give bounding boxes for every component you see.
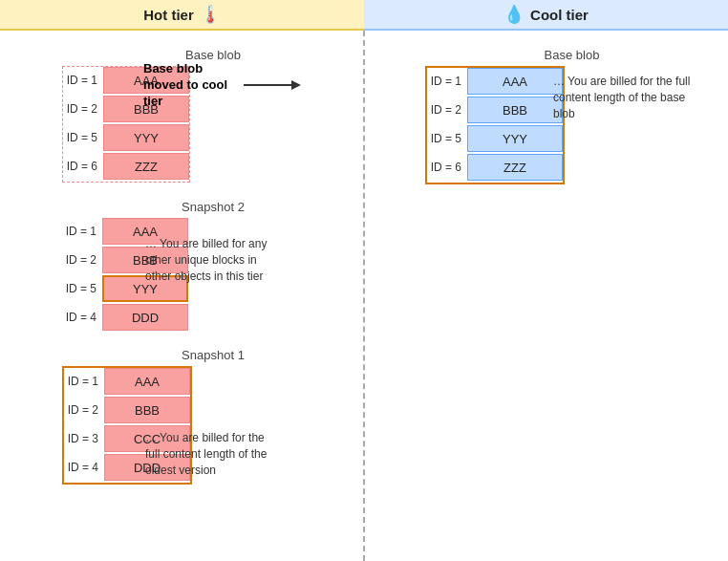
table-row: ID = 6 ZZZ	[63, 153, 189, 180]
snapshot2-note: … You are billed for any other unique bl…	[145, 236, 274, 284]
hot-snapshot2-title: Snapshot 2	[72, 200, 354, 214]
table-row: ID = 6 ZZZ	[427, 154, 563, 181]
divider	[363, 31, 365, 561]
cool-tier-header: 💧 Cool tier	[364, 0, 728, 31]
table-row: ID = 1 AAA	[427, 68, 563, 95]
arrow-area: Base blob moved to cool tier	[143, 61, 301, 110]
hot-base-blob-title: Base blob	[72, 48, 354, 62]
cool-side: Base blob ID = 1 AAA ID = 2 BBB ID = 5 Y…	[364, 31, 728, 561]
table-row: ID = 1 AAA	[64, 368, 190, 395]
hot-tier-label: Hot tier	[143, 7, 194, 23]
table-row: ID = 2 BBB	[427, 97, 563, 123]
table-row: ID = 2 BBB	[64, 397, 190, 423]
cool-note: … You are billed for the full content le…	[553, 74, 692, 121]
snapshot1-note: … You are billed for the full content le…	[145, 430, 279, 478]
table-row: ID = 4 DDD	[62, 304, 354, 331]
arrow-label: Base blob moved to cool tier	[143, 61, 244, 110]
hot-tier-header: Hot tier 🌡️	[0, 0, 364, 31]
cool-base-blob-title: Base blob	[425, 48, 718, 62]
hot-snapshot1-title: Snapshot 1	[72, 348, 354, 362]
cool-base-blob-group: Base blob ID = 1 AAA ID = 2 BBB ID = 5 Y…	[383, 48, 718, 184]
cool-tier-label: Cool tier	[530, 7, 589, 23]
table-row: ID = 5 YYY	[427, 125, 563, 152]
hot-side: Base blob ID = 1 AAA ID = 2 BBB ID = 5 Y…	[0, 31, 364, 561]
cool-tier-icon: 💧	[503, 4, 525, 25]
table-row: ID = 5 YYY	[63, 124, 189, 151]
arrow-icon	[244, 76, 301, 95]
svg-marker-1	[291, 80, 301, 90]
hot-tier-icon: 🌡️	[200, 4, 221, 25]
